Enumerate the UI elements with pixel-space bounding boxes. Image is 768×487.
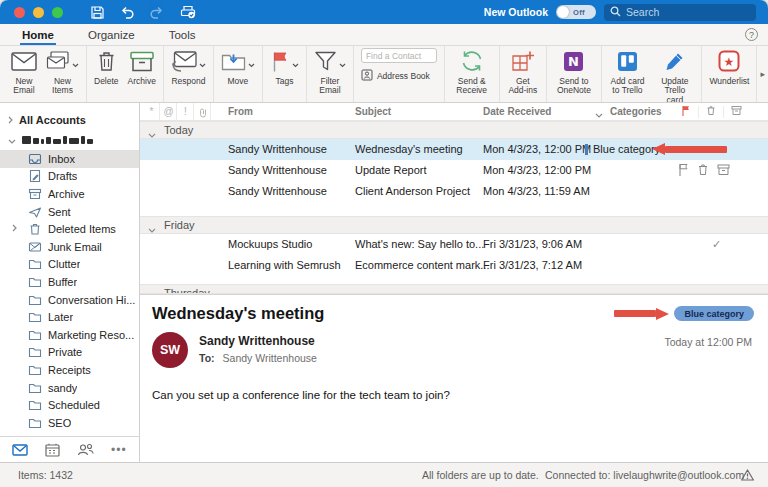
sidebar-item-sandy[interactable]: sandy (0, 379, 139, 397)
group-label: Friday (164, 217, 195, 234)
group-header-friday[interactable]: Friday (140, 216, 768, 234)
ribbon-group-filter: Filter Email (307, 46, 354, 102)
wunderlist-button[interactable]: ★ Wunderlist (709, 51, 749, 86)
group-header-thursday[interactable]: Thursday (140, 284, 768, 294)
undo-icon[interactable] (120, 6, 134, 19)
new-email-button[interactable]: New Email (11, 51, 37, 96)
sidebar-item-sent[interactable]: Sent (0, 203, 139, 221)
zoom-button[interactable] (52, 7, 63, 18)
column-header-from[interactable]: From (228, 103, 253, 121)
filter-email-button[interactable]: Filter Email (314, 51, 346, 96)
send-to-onenote-button[interactable]: N Send to OneNote (554, 51, 594, 96)
flag-icon[interactable] (678, 163, 689, 176)
tags-label: Tags (275, 77, 293, 86)
sidebar-item-scheduled[interactable]: Scheduled (0, 396, 139, 414)
message-date: Fri 3/31/23, 7:12 AM (483, 255, 582, 276)
flag-status-column-header[interactable]: * (144, 103, 160, 121)
ribbon: New Email New Items Delete Archive (0, 46, 768, 103)
search-input[interactable] (626, 6, 761, 18)
ribbon-overflow-button[interactable]: ▸ (757, 46, 768, 102)
sidebar-item-junk-email[interactable]: Junk Email (0, 238, 139, 256)
category-badge[interactable]: Blue category (674, 306, 754, 321)
account-name-row[interactable] (0, 130, 139, 150)
address-book-button[interactable]: Address Book (361, 67, 430, 85)
sort-chevron-icon[interactable] (595, 109, 603, 120)
message-row-wednesdays-meeting[interactable]: Sandy Writtenhouse Wednesday's meeting M… (140, 139, 768, 160)
group-label: Today (164, 122, 193, 139)
sidebar-item-clutter[interactable]: Clutter (0, 256, 139, 274)
close-button[interactable] (14, 7, 25, 18)
message-row-client-anderson-project[interactable]: Sandy Writtenhouse Client Anderson Proje… (140, 181, 768, 202)
chevron-right-icon[interactable] (12, 224, 17, 232)
read-check-icon: ✓ (712, 234, 721, 255)
help-icon[interactable]: ? (745, 28, 758, 41)
sidebar-item-archive[interactable]: Archive (0, 185, 139, 203)
sidebar-item-marketing-resources[interactable]: Marketing Reso... (0, 326, 139, 344)
delete-button[interactable]: Delete (94, 51, 119, 86)
add-card-trello-label: Add card to Trello (609, 77, 647, 96)
save-icon[interactable] (91, 6, 104, 19)
outlook-window: New Outlook Off Home Organize Tools ? Ne… (0, 0, 768, 487)
get-addins-button[interactable]: Get Add-ins (507, 51, 540, 96)
redo-icon[interactable] (150, 6, 164, 19)
trash-icon (28, 222, 42, 236)
sidebar-item-drafts[interactable]: Drafts (0, 168, 139, 186)
tab-organize[interactable]: Organize (88, 26, 135, 44)
drafts-icon (28, 169, 42, 183)
column-header-categories[interactable]: Categories (610, 103, 662, 121)
tab-tools[interactable]: Tools (169, 26, 196, 44)
add-card-trello-button[interactable]: Add card to Trello (609, 51, 647, 96)
mail-module-icon[interactable] (12, 444, 28, 456)
search-icon (610, 3, 621, 21)
send-receive-button[interactable]: Send & Receive (452, 51, 492, 96)
ribbon-group-delete: Delete Archive (87, 46, 164, 102)
message-from: Learning with Semrush (228, 255, 341, 276)
sidebar-item-redacted[interactable] (0, 432, 139, 437)
people-module-icon[interactable] (77, 443, 94, 456)
sidebar-item-seo[interactable]: SEO (0, 414, 139, 432)
sync-status-icon[interactable] (180, 5, 196, 19)
sidebar-item-conversation-history[interactable]: Conversation Hi... (0, 291, 139, 309)
sidebar-item-receipts[interactable]: Receipts (0, 361, 139, 379)
update-trello-card-button[interactable]: Update Trello card (655, 51, 694, 103)
sidebar-item-private[interactable]: Private (0, 344, 139, 362)
message-row-learning-with-semrush[interactable]: Learning with Semrush Ecommerce content … (140, 255, 768, 276)
sidebar-item-deleted-items[interactable]: Deleted Items (0, 220, 139, 238)
find-contact-input[interactable] (361, 48, 437, 63)
mention-column-header[interactable]: @ (161, 103, 177, 121)
to-recipient[interactable]: Sandy Writtenhouse (223, 352, 317, 364)
folder-icon (28, 381, 42, 395)
column-header-date-received[interactable]: Date Received (483, 103, 551, 121)
new-items-button[interactable]: New Items (46, 51, 79, 96)
calendar-module-icon[interactable] (45, 443, 60, 457)
respond-button[interactable]: Respond (171, 51, 206, 86)
message-title: Wednesday's meeting (152, 304, 324, 323)
sidebar-item-later[interactable]: Later (0, 308, 139, 326)
tab-home[interactable]: Home (22, 26, 54, 44)
attachment-column-header[interactable] (195, 103, 211, 121)
archive-icon[interactable] (731, 105, 742, 118)
new-outlook-toggle[interactable]: Off (556, 5, 596, 19)
group-header-today[interactable]: Today (140, 121, 768, 139)
sidebar-item-buffer[interactable]: Buffer (0, 273, 139, 291)
minimize-button[interactable] (33, 7, 44, 18)
message-row-update-report[interactable]: Sandy Writtenhouse Update Report Mon 4/3… (140, 160, 768, 181)
archive-icon[interactable] (717, 163, 730, 176)
chevron-down-icon (292, 54, 299, 72)
more-modules-icon[interactable]: ••• (111, 443, 127, 457)
search-box[interactable] (604, 4, 756, 21)
message-row-mockuups-studio[interactable]: Mockuups Studio What's new: Say hello to… (140, 234, 768, 255)
warning-icon[interactable] (741, 469, 754, 483)
tags-button[interactable]: Tags (270, 51, 299, 86)
importance-column-header[interactable]: ! (178, 103, 194, 121)
trash-icon[interactable] (697, 163, 709, 176)
move-button[interactable]: Move (221, 51, 255, 86)
all-accounts-header[interactable]: All Accounts (0, 110, 139, 130)
sidebar-item-inbox[interactable]: Inbox (0, 150, 139, 168)
new-email-icon (11, 52, 37, 75)
flag-icon[interactable] (681, 105, 691, 118)
column-header-subject[interactable]: Subject (355, 103, 391, 121)
sender-name[interactable]: Sandy Writtenhouse (199, 334, 317, 348)
trash-icon[interactable] (706, 105, 716, 118)
archive-button[interactable]: Archive (128, 51, 156, 86)
